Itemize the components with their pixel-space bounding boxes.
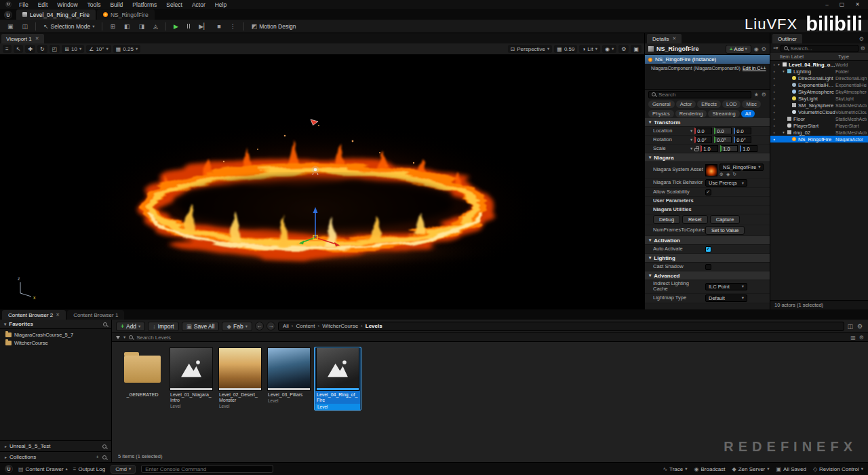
- rotation-z-field[interactable]: 0.0°: [734, 136, 751, 143]
- unreal-logo-icon[interactable]: U: [4, 11, 12, 19]
- motion-design-button[interactable]: ◩ Motion Design: [248, 22, 300, 31]
- settings-icon[interactable]: ⚙: [762, 92, 766, 98]
- view-options-icon[interactable]: ▥: [850, 335, 856, 341]
- favorite-item-witchercourse[interactable]: WitcherCourse: [0, 339, 111, 347]
- viewport-tab[interactable]: Viewport 1 ✕: [1, 34, 44, 43]
- section-unreal-5-5-test[interactable]: ▸Unreal_5_5_Test: [0, 440, 111, 451]
- section-lighting[interactable]: ▾ Lighting: [645, 254, 770, 263]
- user-parameters-row[interactable]: User Parameters: [645, 197, 770, 206]
- chevron-down-icon[interactable]: ▾: [690, 146, 692, 151]
- visibility-eye-icon[interactable]: ●: [770, 62, 778, 66]
- maximize-icon[interactable]: ▢: [840, 1, 845, 7]
- scale-y-field[interactable]: 1.0: [720, 145, 738, 152]
- visibility-eye-icon[interactable]: ●: [770, 117, 778, 121]
- pause-button[interactable]: [184, 22, 194, 30]
- show-flags-dropdown[interactable]: ◉ ▾: [602, 45, 616, 53]
- move-tool-icon[interactable]: ✚: [25, 45, 35, 53]
- reset-button[interactable]: Reset: [682, 215, 708, 224]
- details-tab[interactable]: Details ✕: [647, 34, 682, 43]
- rotation-y-field[interactable]: 0.0°: [714, 136, 732, 143]
- save-all-button[interactable]: ▣ Save All: [182, 322, 220, 331]
- favorites-header[interactable]: ▾ Favorites: [0, 320, 111, 329]
- component-instance-row[interactable]: NS_RingofFire (Instance): [645, 55, 770, 64]
- zen-server-button[interactable]: ◆ Zen Server ▾: [732, 466, 770, 472]
- dock-icon[interactable]: ◫: [847, 323, 853, 330]
- allow-scalability-checkbox[interactable]: ✓: [705, 189, 711, 195]
- breadcrumb-item-levels[interactable]: Levels: [366, 323, 382, 329]
- source-control-icon[interactable]: ◫: [19, 22, 32, 31]
- breadcrumb-item-content[interactable]: Content: [296, 323, 315, 329]
- column-item-label[interactable]: Item Label: [770, 54, 838, 60]
- lightmap-type-combo[interactable]: Default ▾: [705, 294, 747, 302]
- menu-item-window[interactable]: Window: [52, 1, 82, 8]
- search-icon[interactable]: [102, 455, 106, 459]
- content-item-level-02-desert-monster[interactable]: Level_02_Desert_MonsterLevel: [216, 347, 264, 411]
- location-y-field[interactable]: 0.0: [714, 128, 732, 134]
- settings-icon[interactable]: ⚙: [857, 323, 863, 330]
- nav-forward-button[interactable]: →: [267, 322, 275, 330]
- section-collections[interactable]: ▸Collections+: [0, 451, 111, 462]
- section-niagara[interactable]: ▾ Niagara: [645, 153, 770, 162]
- content-drawer-button[interactable]: ▤ Content Drawer ▴: [18, 466, 68, 472]
- outliner-row-exponentialheightfog[interactable]: ●ExponentialHeightFogExponentialHeightFo…: [770, 81, 868, 88]
- component-row[interactable]: NiagaraComponent (NiagaraComponent0) Edi…: [645, 64, 770, 72]
- outliner-row-ring-02[interactable]: ●▾ring_02StaticMeshActor: [770, 129, 868, 136]
- outliner-row-level-04-ring-of-fire[interactable]: ●▾Level_04_Ring_of_FireWorld: [770, 61, 868, 68]
- landscape-icon[interactable]: ◬: [150, 22, 161, 31]
- filter-general[interactable]: General: [648, 100, 675, 108]
- column-type[interactable]: Type: [838, 54, 868, 60]
- settings-icon[interactable]: ⚙: [857, 36, 866, 43]
- lock-icon[interactable]: [694, 148, 698, 151]
- search-icon[interactable]: [102, 444, 106, 449]
- menu-item-help[interactable]: Help: [210, 1, 231, 8]
- settings-icon[interactable]: ⚙: [762, 46, 766, 52]
- visibility-eye-icon[interactable]: ●: [770, 90, 778, 94]
- settings-icon[interactable]: ⚙: [859, 335, 864, 341]
- breadcrumb-item-witchercourse[interactable]: WitcherCourse: [322, 323, 358, 329]
- menu-item-tools[interactable]: Tools: [83, 1, 106, 8]
- section-transform[interactable]: ▾ Transform: [645, 118, 770, 127]
- viewport-canvas[interactable]: z x: [0, 54, 644, 309]
- minimize-icon[interactable]: –: [825, 1, 828, 7]
- capture-button[interactable]: Capture: [710, 215, 741, 224]
- debug-button[interactable]: Debug: [653, 215, 680, 224]
- browse-icon[interactable]: ◉: [754, 46, 759, 52]
- close-icon[interactable]: ✕: [56, 312, 60, 318]
- section-advanced[interactable]: ▾ Advanced: [645, 271, 770, 280]
- outliner-settings-icon[interactable]: ⚙: [861, 45, 865, 52]
- visibility-eye-icon[interactable]: ●: [770, 83, 778, 87]
- nav-back-button[interactable]: ←: [255, 322, 264, 330]
- menu-item-file[interactable]: File: [14, 1, 33, 8]
- visibility-eye-icon[interactable]: ●: [770, 76, 778, 80]
- rotate-tool-icon[interactable]: ↻: [37, 45, 47, 53]
- content-item-generated[interactable]: _GENERATED: [119, 347, 166, 400]
- use-selected-icon[interactable]: ⊕: [719, 172, 724, 177]
- visibility-eye-icon[interactable]: ●: [770, 110, 778, 114]
- add-button[interactable]: + Add ▾: [116, 322, 145, 331]
- filter-effects[interactable]: Effects: [697, 100, 721, 108]
- trace-button[interactable]: ∿ Trace ▾: [663, 466, 687, 472]
- cmd-dropdown[interactable]: Cmd ▾: [111, 465, 136, 474]
- section-activation[interactable]: ▾ Activation: [645, 236, 770, 245]
- visibility-eye-icon[interactable]: ●: [770, 124, 778, 128]
- filter-menu-icon[interactable]: ≡▾: [773, 45, 778, 51]
- tab-ns-ringoffire[interactable]: NS_RingofFire: [97, 10, 155, 20]
- add-icon[interactable]: +: [96, 454, 99, 460]
- rotation-snap-toggle[interactable]: ∠ 10° ▾: [86, 45, 111, 53]
- menu-item-platforms[interactable]: Platforms: [127, 1, 161, 8]
- scale-x-field[interactable]: 1.0: [701, 145, 718, 152]
- close-icon[interactable]: ✕: [855, 1, 860, 7]
- content-item-level-04-ring-of-fire[interactable]: Level_04_Ring_of_FireLevel: [314, 347, 361, 411]
- outliner-search-input[interactable]: Search...: [781, 45, 859, 52]
- location-x-field[interactable]: 0.0: [694, 128, 712, 134]
- select-tool-icon[interactable]: ↖: [14, 45, 24, 53]
- details-search-input[interactable]: Search: [648, 91, 751, 98]
- rotation-x-field[interactable]: 0.0°: [694, 136, 712, 143]
- frame-skip-button[interactable]: ▶▏: [195, 22, 212, 31]
- menu-item-build[interactable]: Build: [105, 1, 127, 8]
- outliner-row-sm-skysphere[interactable]: ●SM_SkySphereStaticMeshActor: [770, 102, 868, 109]
- set-to-value-button[interactable]: Set to Value: [705, 226, 745, 235]
- save-button[interactable]: ▣: [4, 22, 17, 31]
- blueprints-icon[interactable]: ◧: [121, 22, 134, 31]
- view-mode-dropdown[interactable]: ◑ Lit ▾: [579, 45, 600, 53]
